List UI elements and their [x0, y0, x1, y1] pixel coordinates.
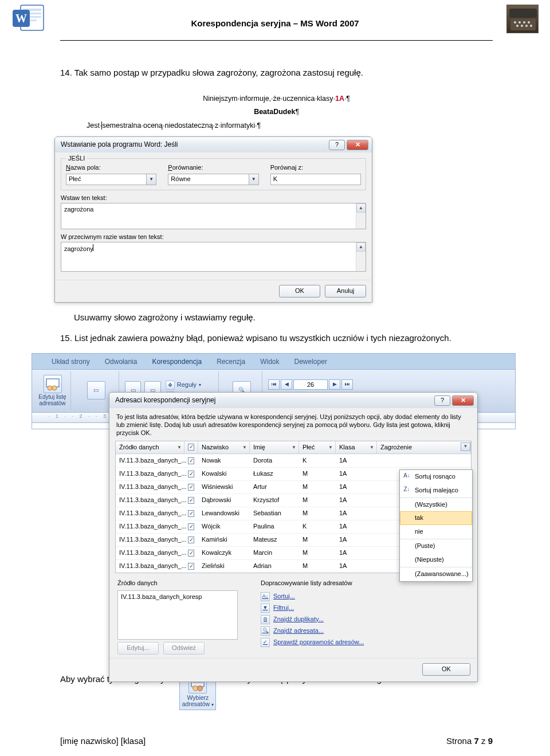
- chevron-down-icon[interactable]: ▼: [242, 444, 247, 451]
- chevron-down-icon[interactable]: ▼: [177, 444, 182, 451]
- help-button[interactable]: ?: [434, 395, 450, 406]
- insert-text-input[interactable]: zagrożona ▲: [61, 203, 366, 229]
- filter-all-item[interactable]: (Wszystkie): [400, 498, 472, 512]
- cell-check[interactable]: ✓: [184, 468, 198, 480]
- next-record-button[interactable]: ▶: [329, 379, 340, 390]
- cancel-button[interactable]: Anuluj: [325, 285, 366, 297]
- filter-nonempty-item[interactable]: (Niepuste): [400, 553, 472, 567]
- tab-mailings[interactable]: Korespondencja: [150, 355, 204, 369]
- col-check[interactable]: ✓: [184, 441, 198, 454]
- cell-source: IV.11.3.baza_danych_...: [116, 534, 184, 546]
- highlight-fields-icon: ▭: [87, 381, 105, 399]
- edit-source-button[interactable]: Edytuj...: [117, 642, 159, 655]
- close-button[interactable]: ✕: [452, 395, 474, 406]
- chevron-down-icon[interactable]: ▼: [249, 174, 258, 185]
- prev-record-button[interactable]: ◀: [281, 379, 292, 390]
- data-source-list[interactable]: IV.11.3.baza_danych_koresp: [117, 590, 238, 640]
- cell-class: 1A: [336, 520, 377, 533]
- filter-nie-item[interactable]: nie: [400, 525, 472, 539]
- first-record-button[interactable]: ⏮: [268, 379, 280, 390]
- cell-check[interactable]: ✓: [184, 507, 198, 520]
- list-item[interactable]: IV.11.3.baza_danych_koresp: [121, 593, 202, 600]
- menu-label: Sortuj rosnąco: [415, 473, 455, 480]
- cell-check[interactable]: ✓: [184, 547, 198, 559]
- duplicates-link[interactable]: ⧉Znajdź duplikaty...: [261, 614, 364, 625]
- chevron-down-icon[interactable]: ▼: [370, 444, 374, 451]
- sort-desc-item[interactable]: Z↓Sortuj malejąco: [400, 484, 472, 498]
- dialog-titlebar[interactable]: Adresaci korespondencji seryjnej ? ✕: [109, 393, 477, 408]
- tab-view[interactable]: Widok: [258, 355, 281, 369]
- cell-check[interactable]: ✓: [184, 520, 198, 533]
- col-lastname[interactable]: Nazwisko▼: [198, 441, 250, 454]
- filter-link[interactable]: ▼Filtruj...: [261, 603, 364, 613]
- close-button[interactable]: ✕: [347, 140, 368, 150]
- checkbox-icon[interactable]: ✓: [188, 471, 194, 477]
- cell-check[interactable]: ✓: [184, 534, 198, 546]
- chevron-down-icon[interactable]: ▼: [461, 442, 470, 451]
- checkbox-icon[interactable]: ✓: [188, 497, 194, 504]
- col-sex[interactable]: Płeć▼: [299, 441, 336, 454]
- ok-button[interactable]: OK: [422, 663, 470, 676]
- validate-link[interactable]: ✓Sprawdź poprawność adresów...: [261, 637, 364, 648]
- checkbox-icon[interactable]: ✓: [188, 510, 194, 517]
- cell-check[interactable]: ✓: [184, 455, 198, 467]
- menu-label: (Zaawansowane...): [415, 570, 469, 577]
- filter-empty-item[interactable]: (Puste): [400, 539, 472, 553]
- checkbox-icon[interactable]: ✓: [188, 550, 194, 557]
- comparison-combo[interactable]: Równe ▼: [168, 174, 258, 185]
- cmd-label: Reguły: [177, 381, 197, 390]
- filter-advanced-item[interactable]: (Zaawansowane...): [400, 567, 472, 581]
- record-counter[interactable]: 26: [293, 379, 328, 390]
- filter-icon: ▼: [261, 604, 270, 613]
- table-row[interactable]: IV.11.3.baza_danych_...✓NowakDorotaK1A: [116, 454, 471, 467]
- cell-check[interactable]: ✓: [184, 481, 198, 493]
- cell-check[interactable]: ✓: [184, 494, 198, 507]
- scroll-up-icon[interactable]: ▲: [356, 203, 366, 213]
- tab-review[interactable]: Recenzja: [214, 355, 247, 369]
- checkbox-icon[interactable]: ✓: [188, 484, 194, 491]
- sort-asc-item[interactable]: A↓Sortuj rosnąco: [400, 470, 472, 484]
- checkbox-icon[interactable]: ✓: [188, 457, 194, 464]
- sort-link[interactable]: A↓Sortuj...: [261, 592, 364, 602]
- rules-button[interactable]: ❖Reguły ▾: [164, 380, 215, 390]
- combo-value: Płeć: [69, 175, 81, 184]
- else-text-input[interactable]: zagrożony ▲: [61, 242, 366, 272]
- col-firstname[interactable]: Imię▼: [250, 441, 299, 454]
- tab-layout[interactable]: Układ strony: [49, 355, 92, 369]
- checkbox-icon[interactable]: ✓: [188, 563, 194, 570]
- cell-class: 1A: [336, 534, 377, 546]
- col-label: Płeć: [302, 443, 315, 452]
- col-source[interactable]: Źródło danych▼: [116, 441, 184, 454]
- word-app-icon: W: [11, 3, 45, 33]
- grid-header: Źródło danych▼ ✓ Nazwisko▼ Imię▼ Płeć▼ K…: [116, 441, 471, 455]
- scrollbar[interactable]: ▲: [356, 242, 366, 271]
- scrollbar[interactable]: ▲: [356, 203, 366, 229]
- chevron-down-icon[interactable]: ▼: [146, 174, 156, 185]
- compare-with-input[interactable]: K: [270, 174, 361, 185]
- checkbox-icon[interactable]: ✓: [188, 536, 194, 543]
- find-recipient-link[interactable]: 🔍Znajdź adresata...: [261, 626, 364, 636]
- scroll-up-icon[interactable]: ▲: [356, 242, 366, 252]
- data-source-label: Źródło danych: [117, 579, 238, 588]
- filter-tak-item[interactable]: tak: [400, 511, 472, 525]
- chevron-down-icon[interactable]: ▼: [292, 444, 296, 451]
- edit-recipients-button[interactable]: Edytuj listę adresatów: [34, 371, 71, 410]
- col-class[interactable]: Klasa▼: [336, 441, 377, 454]
- ok-button[interactable]: OK: [279, 285, 320, 297]
- dialog-titlebar[interactable]: Wstawianie pola programu Word: Jeśli ? ✕: [55, 137, 372, 152]
- svg-point-19: [52, 386, 57, 390]
- col-risk[interactable]: Zagrożenie▼: [377, 441, 471, 454]
- field-name-combo[interactable]: Płeć ▼: [66, 174, 156, 185]
- cell-check[interactable]: ✓: [184, 560, 198, 573]
- tab-developer[interactable]: Deweloper: [292, 355, 329, 369]
- checkbox-icon[interactable]: ✓: [188, 523, 194, 530]
- menu-label: (Puste): [415, 542, 435, 549]
- chevron-down-icon[interactable]: ▼: [328, 444, 333, 451]
- refresh-source-button[interactable]: Odśwież: [163, 642, 205, 655]
- checkbox-icon[interactable]: ✓: [188, 444, 194, 451]
- cell-sex: M: [299, 534, 336, 546]
- last-record-button[interactable]: ⏭: [341, 379, 353, 390]
- tab-references[interactable]: Odwołania: [103, 355, 140, 369]
- help-button[interactable]: ?: [329, 140, 345, 150]
- combo-value: Równe: [171, 175, 190, 184]
